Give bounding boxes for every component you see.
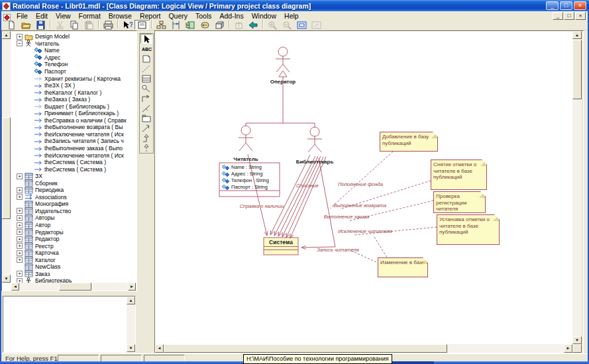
tree-hscroll-thumb[interactable] bbox=[59, 283, 91, 291]
tree-scroll-right-button[interactable]: ► bbox=[128, 283, 136, 291]
tree-item-9[interactable]: theЗаказ ( Заказ ) bbox=[11, 96, 136, 103]
tree-item-11[interactable]: Принимает ( Библиотекарь ) bbox=[11, 110, 136, 117]
uml-note-4[interactable]: Изменение в базе bbox=[378, 257, 428, 277]
tree-horizontal-scrollbar[interactable]: ◄ ► bbox=[11, 283, 136, 291]
uml-note-0[interactable]: Добавление в базу публикаций bbox=[380, 132, 438, 152]
tree-scroll-left-button[interactable]: ◄ bbox=[11, 283, 19, 291]
tree-expander[interactable]: + bbox=[17, 34, 23, 40]
new-model-icon[interactable] bbox=[4, 20, 19, 30]
tree-expander[interactable]: + bbox=[17, 250, 23, 256]
tree-vertical-scrollbar[interactable]: ▲ ▼ bbox=[2, 31, 11, 283]
copy-icon[interactable] bbox=[67, 20, 81, 30]
canvas-scroll-down-button[interactable]: ▼ bbox=[572, 336, 582, 344]
tree-item-18[interactable]: theСистема ( Система ) bbox=[11, 159, 136, 166]
canvas-hscroll-thumb[interactable] bbox=[164, 344, 447, 353]
documentation-window-icon[interactable] bbox=[134, 20, 149, 30]
tree-item-19[interactable]: theСистема ( Система ) bbox=[11, 165, 136, 173]
dependency-tool-icon[interactable] bbox=[140, 123, 152, 133]
uml-note-2[interactable]: Проверка регистрации читателя bbox=[433, 191, 486, 213]
save-icon[interactable] bbox=[33, 20, 48, 30]
tree-item-27[interactable]: +Автор bbox=[11, 222, 136, 229]
tree-item-8[interactable]: theКаталог ( Каталог ) bbox=[11, 89, 136, 96]
title-bar[interactable]: Rational Rose - Libr01.mdl - [Class Diag… bbox=[0, 0, 589, 11]
note-tool-icon[interactable] bbox=[140, 54, 152, 64]
actor-librarian[interactable] bbox=[307, 127, 322, 152]
menu-item-2[interactable]: View bbox=[52, 12, 75, 20]
tree-item-20[interactable]: +ЗХ bbox=[11, 173, 136, 180]
doc-scroll-down-button[interactable]: ▼ bbox=[127, 344, 135, 352]
tree-expander[interactable]: + bbox=[17, 187, 23, 193]
actor-reader[interactable] bbox=[239, 126, 253, 151]
mdi-child-icon[interactable] bbox=[3, 12, 11, 19]
doc-scroll-up-button[interactable]: ▲ bbox=[127, 296, 135, 304]
mdi-restore-button[interactable]: □ bbox=[564, 12, 574, 20]
tree-expander[interactable]: + bbox=[17, 243, 23, 249]
class-diagram-canvas[interactable]: ОператорЧитательБиблиотекарьСистемаName … bbox=[155, 31, 572, 344]
documentation-panel[interactable]: ▲ ▼ bbox=[3, 296, 136, 353]
tree-item-12[interactable]: theСправка о наличии ( Справк bbox=[11, 117, 136, 124]
close-button[interactable]: × bbox=[574, 1, 586, 10]
context-help-icon[interactable]: ? bbox=[120, 20, 134, 30]
interface-tool-icon[interactable] bbox=[140, 83, 152, 93]
browse-previous-diagram-icon[interactable] bbox=[246, 20, 260, 30]
menu-item-6[interactable]: Query bbox=[164, 12, 191, 20]
tree-scroll-down-button[interactable]: ▼ bbox=[2, 275, 11, 283]
menu-item-5[interactable]: Report bbox=[136, 12, 165, 20]
generalization-tool-icon[interactable] bbox=[140, 133, 152, 143]
tree-item-6[interactable]: Хранит реквизиты ( Карточка bbox=[11, 75, 136, 82]
browse-component-diagram-icon[interactable] bbox=[183, 20, 197, 30]
tree-item-24[interactable]: Монография bbox=[11, 201, 136, 208]
menu-item-10[interactable]: Help bbox=[280, 12, 303, 20]
tree-expander[interactable]: + bbox=[17, 215, 23, 221]
package-tool-icon[interactable] bbox=[140, 113, 152, 123]
menu-item-8[interactable]: Add-Ins bbox=[216, 12, 248, 20]
browse-class-diagram-icon[interactable] bbox=[154, 20, 168, 30]
tree-expander[interactable]: + bbox=[17, 236, 23, 242]
tree-expander[interactable]: + bbox=[17, 271, 23, 277]
class-tool-icon[interactable] bbox=[140, 73, 152, 83]
menu-item-0[interactable]: File bbox=[13, 12, 32, 20]
tree-item-1[interactable]: −Читатель bbox=[11, 40, 136, 48]
mdi-minimize-button[interactable]: _ bbox=[553, 12, 563, 20]
tree-item-33[interactable]: NewClass bbox=[11, 263, 136, 271]
unidirectional-association-tool-icon[interactable] bbox=[140, 93, 152, 103]
canvas-scroll-up-button[interactable]: ▲ bbox=[572, 31, 582, 39]
tree-item-34[interactable]: +Заказ bbox=[11, 271, 136, 278]
restore-button[interactable]: □ bbox=[560, 1, 572, 10]
canvas-corner-grip[interactable] bbox=[572, 344, 582, 353]
doc-vertical-scrollbar[interactable]: ▲ ▼ bbox=[127, 296, 135, 352]
anchor-note-tool-icon[interactable] bbox=[140, 64, 152, 73]
tree-item-7[interactable]: theЗХ ( ЗХ ) bbox=[11, 82, 136, 89]
tree-expander[interactable]: − bbox=[17, 40, 23, 46]
tree-item-10[interactable]: Выдает ( Библиотекарь ) bbox=[11, 103, 136, 110]
tree-item-5[interactable]: Паспорт bbox=[11, 68, 136, 75]
tree-item-2[interactable]: Name bbox=[11, 47, 136, 54]
minimize-button[interactable]: _ bbox=[546, 1, 559, 10]
canvas-vertical-scrollbar[interactable]: ▲ ▼ bbox=[572, 31, 582, 344]
canvas-scroll-left-button[interactable]: ◄ bbox=[155, 344, 164, 353]
canvas-scroll-right-button[interactable]: ► bbox=[564, 344, 572, 353]
menu-item-9[interactable]: Window bbox=[248, 12, 280, 20]
tree-expander[interactable]: + bbox=[17, 257, 23, 263]
tree-expander[interactable]: + bbox=[17, 173, 23, 179]
tree-item-26[interactable]: +Авторы bbox=[11, 214, 136, 222]
menu-item-3[interactable]: Format bbox=[75, 12, 105, 20]
tree-item-14[interactable]: theИсключение читателя ( Иск bbox=[11, 131, 136, 138]
mdi-close-button[interactable]: × bbox=[575, 12, 586, 20]
tree-item-35[interactable]: +Библиотекарь bbox=[11, 277, 136, 283]
tree-item-25[interactable]: +Издательство bbox=[11, 208, 136, 215]
tree-item-15[interactable]: theЗапись читателя ( Запись ч bbox=[11, 138, 136, 145]
actor-operator[interactable] bbox=[276, 47, 290, 72]
tree-expander[interactable]: + bbox=[17, 222, 23, 228]
text-box-tool-icon[interactable]: ABC bbox=[140, 44, 152, 54]
canvas-horizontal-scrollbar[interactable]: ◄ ► bbox=[155, 344, 572, 353]
tree-vscroll-thumb[interactable] bbox=[2, 117, 11, 219]
tree-item-28[interactable]: +Редакторы bbox=[11, 228, 136, 236]
tree-item-3[interactable]: Адрес bbox=[11, 54, 136, 62]
tree-item-16[interactable]: theВыполнение заказа ( Выпо bbox=[11, 145, 136, 152]
tree-item-31[interactable]: +Карточка bbox=[11, 250, 136, 257]
tree-item-21[interactable]: Сборник bbox=[11, 179, 136, 187]
open-icon[interactable] bbox=[19, 20, 33, 30]
tree-item-22[interactable]: +Периодика bbox=[11, 187, 136, 194]
browse-deployment-diagram-icon[interactable] bbox=[212, 20, 227, 30]
